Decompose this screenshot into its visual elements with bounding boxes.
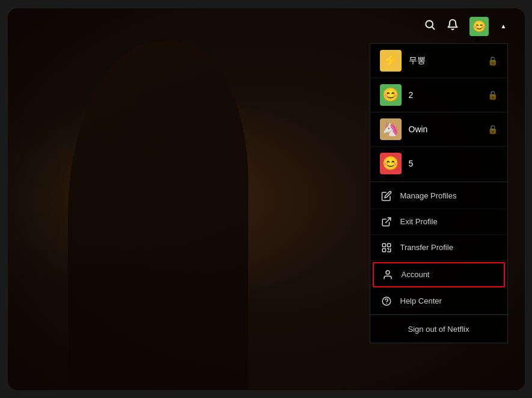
svg-rect-3 bbox=[382, 243, 385, 246]
help-center-icon bbox=[380, 296, 393, 307]
menu-item-transfer-profile[interactable]: Transfer Profile bbox=[370, 235, 507, 261]
menu-item-help-center[interactable]: Help Center bbox=[370, 289, 507, 314]
profile-item-muppong[interactable]: ⚡ 무뽕 🔒 bbox=[370, 44, 507, 78]
profile-avatar-2: 😊 bbox=[380, 84, 402, 106]
dropdown-menu: ⚡ 무뽕 🔒 😊 2 🔒 🦄 Owin 🔒 bbox=[370, 43, 508, 343]
exit-profile-label: Exit Profile bbox=[400, 217, 438, 226]
profile-item-5[interactable]: 😊 5 bbox=[370, 147, 507, 180]
svg-line-1 bbox=[432, 27, 434, 29]
profile-list: ⚡ 무뽕 🔒 😊 2 🔒 🦄 Owin 🔒 bbox=[370, 44, 507, 180]
divider-1 bbox=[370, 182, 507, 182]
profile-name-muppong: 무뽕 bbox=[409, 55, 426, 66]
profile-left: ⚡ 무뽕 bbox=[380, 50, 426, 72]
transfer-profile-label: Transfer Profile bbox=[400, 243, 453, 252]
sign-out-button[interactable]: Sign out of Netflix bbox=[408, 325, 469, 334]
bell-icon[interactable] bbox=[447, 19, 459, 34]
exit-profile-icon bbox=[380, 216, 393, 227]
search-icon[interactable] bbox=[424, 19, 436, 34]
account-label: Account bbox=[402, 270, 430, 279]
nav-icons: 😊 ▲ bbox=[424, 17, 507, 36]
lock-icon-owin: 🔒 bbox=[488, 124, 498, 134]
dropdown-caret[interactable]: ▲ bbox=[501, 23, 507, 29]
svg-rect-5 bbox=[382, 248, 385, 251]
profile-name-owin: Owin bbox=[409, 124, 428, 134]
profile-name-2: 2 bbox=[409, 90, 414, 100]
profile-avatar-muppong: ⚡ bbox=[380, 50, 402, 72]
svg-line-2 bbox=[385, 218, 390, 222]
profile-avatar-5: 😊 bbox=[380, 153, 402, 174]
silhouette bbox=[68, 41, 248, 390]
profile-name-5: 5 bbox=[409, 159, 414, 168]
transfer-profile-icon bbox=[380, 242, 393, 253]
screen-container: 😊 ▲ ⚡ 무뽕 🔒 😊 2 🔒 bbox=[8, 8, 525, 390]
sign-out-section: Sign out of Netflix bbox=[370, 314, 507, 343]
profile-left-2: 😊 2 bbox=[380, 84, 414, 106]
menu-item-account[interactable]: Account bbox=[373, 262, 505, 287]
navbar: 😊 ▲ bbox=[8, 8, 525, 44]
profile-left-5: 😊 5 bbox=[380, 153, 414, 174]
menu-item-manage-profiles[interactable]: Manage Profiles bbox=[370, 183, 507, 209]
menu-item-exit-profile[interactable]: Exit Profile bbox=[370, 209, 507, 235]
account-icon bbox=[381, 269, 394, 280]
help-center-label: Help Center bbox=[400, 296, 442, 305]
lock-icon-muppong: 🔒 bbox=[488, 56, 498, 66]
profile-left-owin: 🦄 Owin bbox=[380, 118, 428, 140]
manage-profiles-icon bbox=[380, 191, 393, 201]
profile-avatar-owin: 🦄 bbox=[380, 118, 402, 140]
svg-point-6 bbox=[386, 271, 390, 274]
profile-item-owin[interactable]: 🦄 Owin 🔒 bbox=[370, 112, 507, 147]
lock-icon-2: 🔒 bbox=[488, 90, 498, 100]
svg-rect-4 bbox=[387, 243, 390, 246]
profile-item-2[interactable]: 😊 2 🔒 bbox=[370, 78, 507, 112]
manage-profiles-label: Manage Profiles bbox=[400, 191, 457, 200]
